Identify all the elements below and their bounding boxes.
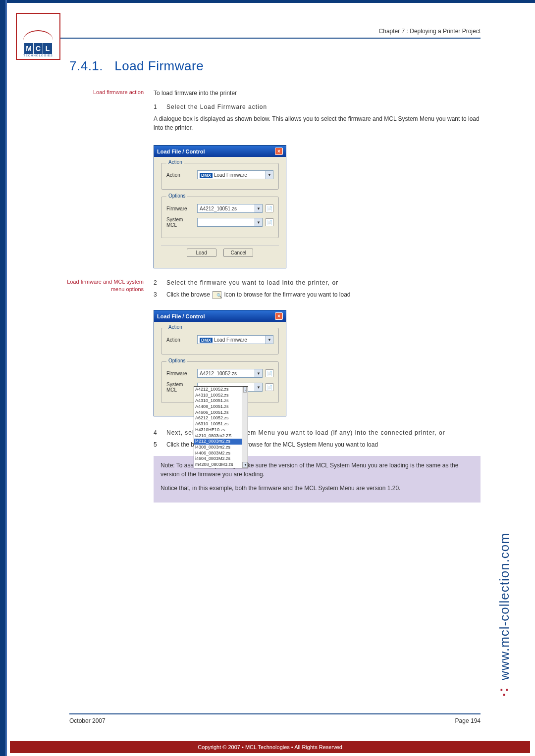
section-title: 7.4.1. Load Firmware: [69, 58, 481, 74]
dropdown-item[interactable]: A4310_10051.zs: [194, 398, 242, 404]
system-mcl-select[interactable]: ▼: [197, 218, 263, 227]
dropdown-item[interactable]: A6310_10051.zs: [194, 421, 242, 427]
dropdown-item[interactable]: i4210_0803m2.ZS: [194, 433, 242, 439]
browse-firmware-icon[interactable]: 📄: [266, 369, 273, 377]
margin-label-options: Load firmware and MCL system menu option…: [59, 278, 154, 302]
dropdown-item[interactable]: H4310HE10.zs: [194, 427, 242, 433]
load-file-dialog-expanded: Load File / Control × Action Action DMXL…: [154, 310, 286, 416]
dropdown-item[interactable]: A4212_10052.zs: [194, 387, 242, 393]
firmware-select[interactable]: A4212_10051.zs ▼: [197, 204, 263, 213]
dropdown-item[interactable]: i4308_0803m2.zs: [194, 445, 242, 451]
close-icon[interactable]: ×: [275, 312, 283, 320]
dialog-title: Load File / Control: [157, 313, 205, 319]
chevron-down-icon: ▼: [255, 369, 262, 377]
load-file-dialog: Load File / Control × Action Action DMXL…: [154, 145, 286, 268]
dialog-intro-text: A dialogue box is displayed as shown bel…: [154, 114, 481, 132]
dropdown-item[interactable]: A6212_10052.zs: [194, 415, 242, 421]
browse-system-icon[interactable]: 📄: [266, 218, 273, 226]
dropdown-item[interactable]: i4406_0803M2.zs: [194, 451, 242, 456]
action-select[interactable]: DMXLoad Firmware ▼: [197, 170, 273, 179]
chapter-header: Chapter 7 : Deploying a Printer Project: [59, 3, 481, 39]
close-icon[interactable]: ×: [275, 148, 283, 155]
browse-folder-icon: [213, 291, 221, 299]
dropdown-item[interactable]: i4604_0803M2.zs: [194, 456, 242, 462]
intro-text: To load firmware into the printer: [154, 89, 481, 98]
firmware-dropdown-list[interactable]: ▲ ▼ A4212_10052.zsA4310_10052.zsA4310_10…: [194, 386, 248, 468]
website-url: ∴ www.mcl-collection.com: [497, 533, 512, 700]
chevron-down-icon: ▼: [255, 218, 262, 226]
brand-logo: MCL TECHNOLOGIES: [16, 13, 60, 60]
chevron-down-icon: ▼: [266, 171, 273, 179]
margin-label-action: Load firmware action: [59, 89, 154, 137]
dropdown-item[interactable]: i4212_0803m2.zs: [194, 439, 242, 445]
chevron-down-icon: ▼: [255, 383, 262, 391]
browse-firmware-icon[interactable]: 📄: [266, 204, 273, 212]
dropdown-item[interactable]: m4208_0803M3.zs: [194, 462, 242, 468]
action-select[interactable]: DMXLoad Firmware ▼: [197, 335, 273, 344]
browse-system-icon[interactable]: 📄: [266, 383, 273, 391]
dropdown-item[interactable]: A4408_10051.zs: [194, 404, 242, 410]
cancel-button[interactable]: Cancel: [223, 249, 253, 257]
dialog-title: Load File / Control: [157, 149, 205, 154]
scroll-up-icon[interactable]: ▲: [243, 387, 247, 393]
dropdown-item[interactable]: A4606_10051.zs: [194, 410, 242, 416]
footer-page: Page 194: [455, 717, 481, 724]
footer-date: October 2007: [69, 717, 106, 724]
copyright-bar: Copyright © 2007 • MCL Technologies • Al…: [10, 741, 530, 753]
dropdown-item[interactable]: A4310_10052.zs: [194, 393, 242, 399]
scroll-down-icon[interactable]: ▼: [242, 462, 248, 468]
load-button[interactable]: Load: [187, 249, 216, 257]
chevron-down-icon: ▼: [266, 336, 273, 344]
chevron-down-icon: ▼: [255, 204, 262, 212]
firmware-select[interactable]: A4212_10052.zs ▼: [197, 369, 263, 378]
